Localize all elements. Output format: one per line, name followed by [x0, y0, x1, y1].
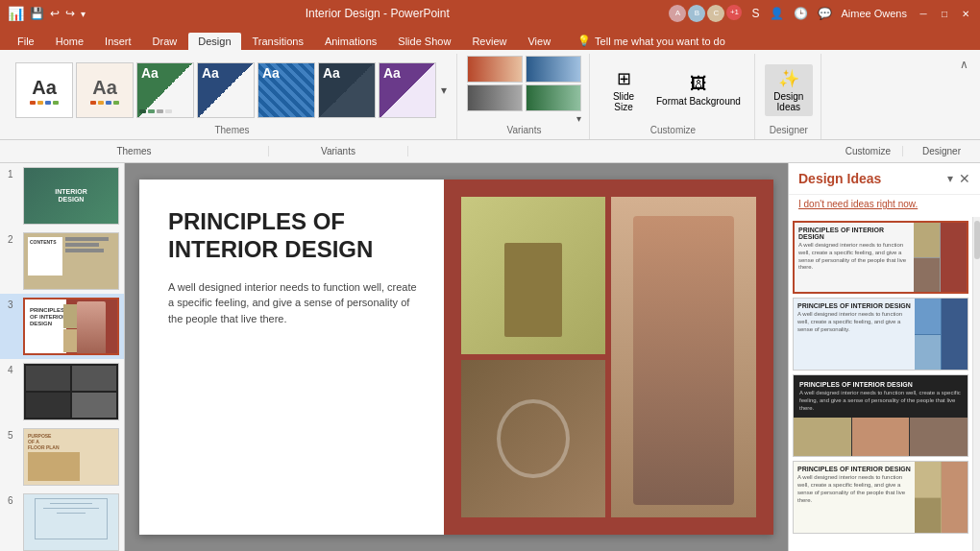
design-idea-1[interactable]: PRINCIPLES OF INTERIOR DESIGN A well des…: [793, 221, 968, 294]
slide-thumb-5[interactable]: 5 PURPOSEOF AFLOOR PLAN: [0, 424, 124, 490]
slide-thumb-4[interactable]: 4: [0, 359, 124, 424]
minimize-btn[interactable]: ─: [917, 7, 930, 20]
theme-blue[interactable]: Aa: [197, 62, 255, 118]
window-controls: ─ □ ✕: [917, 7, 972, 20]
slide-panel: 1 INTERIORDESIGN 2 CONTENTS: [0, 163, 125, 551]
customize-qat[interactable]: ▾: [81, 9, 86, 19]
user-icon[interactable]: 👤: [770, 7, 784, 20]
slide-thumb-2[interactable]: 2 CONTENTS: [0, 228, 124, 294]
customize-section-label: Customize: [408, 146, 903, 156]
slide-size-icon: ⊞: [617, 68, 631, 89]
themes-label: Themes: [214, 125, 249, 137]
theme-purple[interactable]: Aa: [379, 62, 436, 118]
design-panel-header: Design Ideas ▾ ✕: [789, 163, 980, 195]
variants-dropdown[interactable]: ▾: [576, 113, 581, 124]
lightbulb-icon: 💡: [577, 35, 591, 47]
variants-label: Variants: [507, 125, 542, 137]
design-panel-scroll-thumb: [974, 221, 980, 259]
design-ideas-panel: Design Ideas ▾ ✕ I don't need ideas righ…: [788, 163, 980, 551]
variant-2[interactable]: [526, 56, 581, 83]
design-panel-close-btn[interactable]: ✕: [959, 171, 970, 186]
design-panel-scrollbar[interactable]: [972, 217, 980, 551]
slide-photo-2: [611, 197, 756, 517]
title-bar-right: A B C +1 S 👤 🕒 💬 Aimee Owens ─ □ ✕: [669, 5, 972, 22]
themes-items: Aa Aa Aa: [15, 56, 449, 125]
tab-slideshow[interactable]: Slide Show: [388, 33, 460, 50]
slide-photo-area: [444, 180, 773, 535]
design-ideas-list: PRINCIPLES OF INTERIOR DESIGN A well des…: [789, 217, 972, 551]
slide-title: PRINCIPLES OF INTERIOR DESIGN: [168, 208, 425, 264]
themes-group: Aa Aa Aa: [8, 54, 457, 139]
design-idea-3[interactable]: PRINCIPLES OF INTERIOR DESIGN A well des…: [793, 374, 968, 457]
variants-row2: [467, 84, 581, 111]
ribbon: Aa Aa Aa: [0, 50, 980, 140]
user-name: Aimee Owens: [842, 8, 907, 19]
slide-edit-area[interactable]: PRINCIPLES OF INTERIOR DESIGN A well des…: [125, 163, 788, 551]
ribbon-tabs: File Home Insert Draw Design Transitions…: [0, 27, 980, 50]
design-panel-dismiss-link[interactable]: I don't need ideas right now.: [789, 195, 980, 217]
tab-insert[interactable]: Insert: [95, 33, 141, 50]
theme-default[interactable]: Aa: [15, 62, 73, 118]
design-panel-title: Design Ideas: [798, 171, 881, 186]
theme-office[interactable]: Aa: [76, 62, 134, 118]
main-area: 1 INTERIORDESIGN 2 CONTENTS: [0, 163, 980, 551]
skype-icon[interactable]: S: [751, 7, 759, 20]
redo-btn[interactable]: ↪: [65, 7, 75, 20]
design-panel-dropdown[interactable]: ▾: [947, 172, 953, 185]
customize-label: Customize: [650, 125, 696, 137]
tab-design[interactable]: Design: [188, 33, 240, 50]
tab-draw[interactable]: Draw: [143, 33, 187, 50]
customize-items: ⊞ SlideSize 🖼 Format Background: [600, 56, 747, 125]
slide-thumb-6[interactable]: 6: [0, 490, 124, 551]
tell-me-input[interactable]: 💡 Tell me what you want to do: [577, 35, 725, 50]
tab-transitions[interactable]: Transitions: [243, 33, 313, 50]
customize-group: ⊞ SlideSize 🖼 Format Background Customiz…: [592, 54, 755, 139]
slide-thumb-1[interactable]: 1 INTERIORDESIGN: [0, 163, 124, 228]
designer-section-label: Designer: [903, 146, 980, 156]
title-bar: 📊 💾 ↩ ↪ ▾ Interior Design - PowerPoint A…: [0, 0, 980, 27]
variants-section-label: Variants: [269, 146, 408, 156]
theme-pattern[interactable]: Aa: [257, 62, 315, 118]
variant-1[interactable]: [467, 56, 523, 83]
slide-text-area: PRINCIPLES OF INTERIOR DESIGN A well des…: [139, 180, 444, 535]
slide-body: A well designed interior needs to functi…: [168, 279, 425, 327]
history-icon[interactable]: 🕒: [794, 7, 808, 20]
user-avatar: A B C +1: [669, 5, 742, 22]
design-ideas-icon: ✨: [778, 68, 799, 89]
themes-section-label: Themes: [0, 146, 269, 156]
format-background-btn[interactable]: 🖼 Format Background: [650, 70, 747, 110]
variants-group: ▾ Variants: [459, 54, 590, 139]
variants-row1: [467, 56, 581, 83]
ribbon-section-labels: Themes Variants Customize Designer: [0, 140, 980, 163]
tab-review[interactable]: Review: [462, 33, 516, 50]
variant-3[interactable]: [467, 84, 523, 111]
format-bg-icon: 🖼: [690, 74, 707, 94]
undo-btn[interactable]: ↩: [50, 7, 60, 20]
slide-size-btn[interactable]: ⊞ SlideSize: [600, 64, 648, 116]
title-bar-left: 📊 💾 ↩ ↪ ▾: [8, 6, 86, 21]
theme-green[interactable]: Aa: [136, 62, 194, 118]
variant-4[interactable]: [526, 84, 581, 111]
app-title: Interior Design - PowerPoint: [306, 7, 450, 20]
tab-file[interactable]: File: [8, 33, 44, 50]
close-btn[interactable]: ✕: [959, 7, 972, 20]
design-ideas-btn[interactable]: ✨ DesignIdeas: [765, 64, 813, 116]
themes-dropdown[interactable]: ▾: [439, 82, 449, 99]
slide-photo-1: [461, 197, 606, 354]
powerpoint-icon: 📊: [8, 6, 24, 21]
comments-icon[interactable]: 💬: [818, 7, 832, 20]
design-idea-4[interactable]: PRINCIPLES OF INTERIOR DESIGN A well des…: [793, 461, 968, 534]
tab-home[interactable]: Home: [46, 33, 93, 50]
tab-animations[interactable]: Animations: [315, 33, 386, 50]
tab-view[interactable]: View: [518, 33, 560, 50]
slide-thumb-3[interactable]: 3 PRINCIPLESOF INTERIORDESIGN: [0, 294, 124, 359]
designer-group: ✨ DesignIdeas Designer: [757, 54, 821, 139]
quick-save[interactable]: 💾: [30, 7, 44, 20]
designer-label: Designer: [770, 125, 808, 137]
slide-canvas: PRINCIPLES OF INTERIOR DESIGN A well des…: [139, 180, 773, 535]
slide-photo-3: [461, 360, 606, 517]
maximize-btn[interactable]: □: [938, 7, 951, 20]
theme-dark[interactable]: Aa: [318, 62, 376, 118]
design-idea-2[interactable]: PRINCIPLES OF INTERIOR DESIGN A well des…: [793, 298, 968, 371]
ribbon-collapse-btn[interactable]: ∧: [956, 54, 972, 75]
